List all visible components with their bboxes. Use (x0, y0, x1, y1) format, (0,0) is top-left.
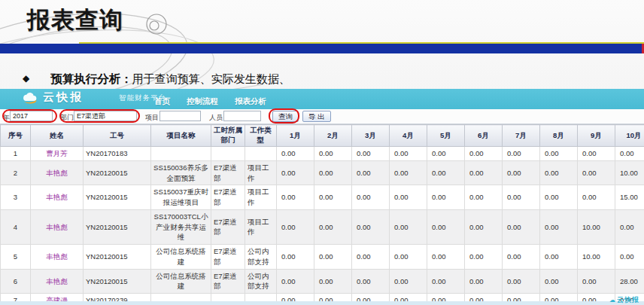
cell-month-value: 0.00 (427, 147, 465, 161)
table-row: 1曹月芳YN201701830.000.000.000.000.000.000.… (1, 147, 644, 161)
cell-work-type: 项目工作 (245, 185, 277, 210)
cell-dept: E7渠道部 (211, 185, 245, 210)
cell-dept: E7渠道部 (211, 209, 245, 244)
table-row: 6丰艳彪YN20120015公司信息系统搭建E7渠道部公司内部支持0.000.0… (1, 269, 644, 294)
cell-month-value: 0.00 (578, 160, 615, 185)
col-header: 工作类型 (245, 125, 277, 147)
nav-item-control-flow[interactable]: 控制流程 (187, 96, 218, 107)
col-header: 7月 (503, 125, 540, 147)
export-button[interactable]: 导 出 (302, 111, 331, 122)
cell-work-type: 项目工作 (245, 160, 277, 185)
cell-project (151, 147, 211, 161)
cell-month-value: 0.00 (352, 245, 390, 270)
nav-item-report-analysis[interactable]: 报表分析 (235, 96, 266, 107)
cell-month-value: 0.00 (314, 209, 352, 244)
cell-name[interactable]: 丰艳彪 (31, 185, 84, 210)
nav-item-home[interactable]: 首页 (154, 96, 170, 107)
cell-project: SS170003TCL小产业财务共享运维 (151, 209, 211, 244)
table-row: 2丰艳彪YN20120015SS150036养乐多全面预算E7渠道部项目工作0.… (1, 160, 644, 185)
cell-name[interactable]: 丰艳彪 (31, 160, 84, 185)
cell-month-value: 0.00 (540, 160, 578, 185)
table-row: 3丰艳彪YN20120015SS150037重庆时报运维项目E7渠道部项目工作0… (1, 185, 644, 210)
bullet-line: ◆预算执行分析：用于查询预算、实际发生数据、 (23, 72, 290, 87)
cell-month-value: 0.00 (352, 160, 390, 185)
cell-month-value: 10.00 (578, 209, 615, 244)
cell-month-value: 0.00 (277, 185, 314, 210)
table-header-row: 序号姓名工号项目名称工时所属部门工作类型1月2月3月4月5月6月7月8月9月10… (1, 125, 644, 147)
cell-work-type: 项目工作 (245, 209, 277, 244)
cell-name[interactable]: 丰艳彪 (31, 245, 84, 270)
person-label: 人员 (209, 113, 223, 123)
cell-month-value: 0.00 (615, 245, 644, 270)
page-title: 报表查询 (27, 5, 123, 36)
bullet-heading: 预算执行分析： (50, 72, 132, 85)
col-header: 姓名 (31, 125, 84, 147)
cell-no: 2 (1, 160, 31, 185)
cell-work-type (245, 147, 277, 161)
cell-no: 3 (1, 185, 31, 210)
cell-month-value: 0.00 (465, 185, 503, 210)
cell-month-value: 0.00 (540, 269, 578, 294)
cell-emp-id: YN20120015 (84, 160, 151, 185)
cell-month-value: 0.00 (277, 160, 314, 185)
cell-month-value: 10.00 (578, 245, 615, 270)
cell-month-value: 0.00 (540, 185, 578, 210)
cell-month-value: 0.00 (390, 209, 427, 244)
cell-no: 4 (1, 209, 31, 244)
accent-blue-bar (0, 44, 644, 53)
col-header: 4月 (390, 125, 427, 147)
cell-month-value: 0.00 (277, 245, 314, 270)
cell-month-value: 0.00 (314, 147, 352, 161)
cell-emp-id: YN20120015 (84, 185, 151, 210)
cell-month-value: 0.00 (503, 147, 540, 161)
brand: 云快报 (21, 90, 84, 105)
report-table-wrap: 序号姓名工号项目名称工时所属部门工作类型1月2月3月4月5月6月7月8月9月10… (0, 124, 644, 305)
col-header: 项目名称 (151, 125, 211, 147)
cell-month-value: 0.00 (503, 185, 540, 210)
cell-month-value: 0.00 (615, 209, 644, 244)
cell-month-value: 0.00 (465, 160, 503, 185)
cell-month-value: 0.00 (540, 147, 578, 161)
cell-month-value: 0.00 (352, 147, 390, 161)
col-header: 8月 (540, 125, 578, 147)
project-label: 项目 (145, 113, 159, 123)
cell-name[interactable]: 丰艳彪 (31, 269, 84, 294)
cell-emp-id: YN20120015 (84, 209, 151, 244)
cell-month-value: 0.00 (465, 269, 503, 294)
col-header: 工时所属部门 (211, 125, 245, 147)
cell-project: SS150036养乐多全面预算 (151, 160, 211, 185)
cell-name[interactable]: 曹月芳 (31, 147, 84, 161)
col-header: 5月 (427, 125, 465, 147)
col-header: 序号 (1, 125, 31, 147)
cell-month-value: 0.00 (277, 209, 314, 244)
cell-month-value: 0.00 (427, 245, 465, 270)
app-nav: 首页 控制流程 报表分析 (154, 96, 266, 107)
cell-name[interactable]: 丰艳彪 (31, 209, 84, 244)
cell-month-value: 0.00 (277, 269, 314, 294)
cell-no: 1 (1, 147, 31, 161)
cell-project: SS150037重庆时报运维项目 (151, 185, 211, 210)
cell-work-type: 公司内部支持 (245, 245, 277, 270)
cell-dept: E7渠道部 (211, 269, 245, 294)
project-input[interactable] (159, 111, 201, 121)
cell-month-value: 0.00 (427, 269, 465, 294)
dept-input[interactable] (74, 111, 137, 121)
brand-name: 云快报 (43, 90, 84, 105)
watermark-cloud-icon: ☁ (609, 297, 616, 303)
search-button[interactable]: 查询 (272, 111, 299, 122)
app-header: 云快报 智能财务平台 首页 控制流程 报表分析 (0, 89, 644, 109)
col-header: 10月 (615, 125, 644, 147)
cell-month-value: 0.00 (352, 185, 390, 210)
cell-work-type: 公司内部支持 (245, 269, 277, 294)
cell-month-value: 0.00 (465, 245, 503, 270)
cell-month-value: 0.00 (427, 185, 465, 210)
cell-dept (211, 147, 245, 161)
cell-month-value: 0.00 (314, 185, 352, 210)
person-input[interactable] (223, 111, 261, 121)
cell-project: 公司信息系统搭建 (151, 269, 211, 294)
cell-month-value: 0.00 (427, 209, 465, 244)
table-row: 5丰艳彪YN20120015公司信息系统搭建E7渠道部公司内部支持0.000.0… (1, 245, 644, 270)
year-input[interactable] (10, 111, 53, 121)
cell-month-value: 0.00 (615, 147, 644, 161)
cell-month-value: 0.00 (540, 245, 578, 270)
